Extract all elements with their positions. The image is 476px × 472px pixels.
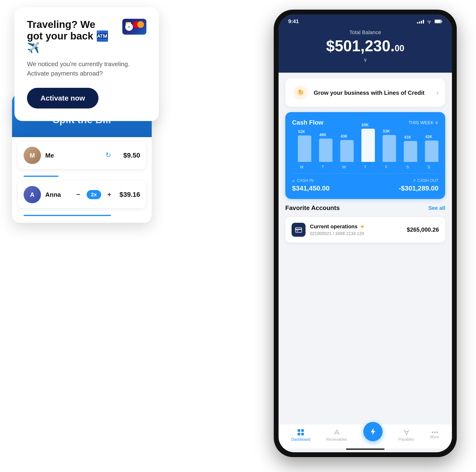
travel-card: Traveling? We got your back 🏧✈️ ≡ We not…: [15, 7, 159, 121]
bar-col-t: 65KT: [356, 123, 375, 170]
nav-item-payables[interactable]: Payables: [398, 429, 414, 442]
bar-col-m: 52KM: [292, 130, 311, 170]
nav-label-dashboard: Dashboard: [291, 437, 310, 442]
nav-item-more[interactable]: More: [430, 431, 439, 439]
mastercard-logo: [133, 21, 144, 28]
travel-card-title: Traveling? We got your back 🏧✈️: [27, 19, 109, 54]
cash-in-value: $341,450.00: [292, 184, 330, 192]
status-time: 9:41: [288, 18, 299, 25]
nav-label-receivables: Receivables: [326, 437, 347, 442]
svg-rect-2: [435, 20, 441, 23]
credit-promo-text: Grow your business with Lines of Credit: [314, 89, 431, 97]
cashflow-card: Cash Flow THIS WEEK ∨ 52KM46KT43KW65KT53…: [285, 112, 445, 199]
nav-item-dashboard[interactable]: Dashboard: [291, 429, 310, 442]
person-amount-me: $9.50: [119, 152, 140, 159]
svg-marker-14: [371, 428, 375, 435]
cash-in-label: ↙ CASH IN: [292, 178, 330, 183]
payables-icon: [403, 429, 410, 436]
nav-label-payables: Payables: [398, 437, 414, 442]
account-balance: $265,000.26: [407, 226, 439, 233]
cashflow-title: Cash Flow: [292, 119, 323, 126]
svg-rect-10: [298, 429, 300, 432]
lines-of-credit-icon: ↻ $: [292, 84, 309, 101]
balance-label: Total Balance: [288, 29, 442, 36]
minus-button-anna[interactable]: −: [74, 190, 83, 199]
multiplier-badge-anna: 2x: [87, 190, 101, 199]
dashboard-icon: [297, 429, 304, 436]
favorite-accounts-title: Favorite Accounts: [285, 204, 340, 212]
person-name-me: Me: [45, 152, 101, 159]
svg-rect-11: [301, 429, 304, 432]
bar-col-w: 43KW: [334, 134, 354, 170]
svg-rect-8: [295, 229, 302, 230]
bar-col-f: 53KF: [377, 129, 396, 170]
chevron-down-period-icon: ∨: [435, 120, 439, 125]
balance-header: Total Balance $501,230.00 ∨: [279, 27, 452, 73]
svg-point-16: [434, 432, 436, 433]
credit-promo-title: Grow your business with Lines of Credit: [314, 89, 431, 97]
card-stripe-logo: ≡: [125, 23, 133, 31]
phone-content: ↻ $ Grow your business with Lines of Cre…: [279, 73, 452, 424]
travel-card-description: We noticed you're currently traveling. A…: [27, 59, 146, 78]
flash-center-button[interactable]: [363, 422, 383, 441]
person-row-me: M Me ↻ $9.50: [18, 142, 146, 169]
person-name-anna: Anna: [45, 191, 69, 198]
chevron-down-icon[interactable]: ∨: [288, 57, 442, 63]
star-icon: ★: [360, 224, 365, 230]
status-bar: 9:41: [279, 15, 452, 27]
svg-rect-12: [298, 433, 300, 435]
svg-rect-13: [301, 433, 304, 435]
cashflow-stats: ↙ CASH IN $341,450.00 ↗ CASH OUT -$301,2…: [292, 178, 439, 192]
plus-button-anna[interactable]: +: [104, 190, 114, 199]
cash-out-label: ↗ CASH OUT: [399, 178, 439, 183]
bar-col-s: 41KS: [398, 135, 417, 170]
travel-card-header: Traveling? We got your back 🏧✈️ ≡: [27, 19, 146, 54]
svg-point-15: [432, 432, 433, 433]
avatar-me: M: [24, 147, 41, 164]
credit-promo-card[interactable]: ↻ $ Grow your business with Lines of Cre…: [285, 79, 445, 107]
cashflow-divider: [292, 173, 439, 174]
cashflow-period[interactable]: THIS WEEK ∨: [408, 120, 439, 125]
balance-amount: $501,230.00: [288, 37, 442, 54]
cash-out-value: -$301,289.00: [399, 184, 439, 192]
account-info: Current operations ★ 021000021 / 3498 21…: [310, 224, 403, 236]
account-item[interactable]: Current operations ★ 021000021 / 3498 21…: [285, 217, 445, 243]
favorite-accounts-header: Favorite Accounts See all: [285, 204, 445, 212]
svg-rect-9: [296, 230, 298, 231]
signal-icon: [417, 19, 424, 24]
wifi-icon: [426, 19, 432, 24]
phone-screen: 9:41 Total Balance: [279, 15, 452, 452]
balance-cents: 00: [395, 43, 404, 53]
person-bar-anna: [24, 215, 111, 216]
battery-icon: [435, 19, 442, 23]
promo-chevron-icon: ›: [436, 89, 439, 97]
account-name: Current operations: [310, 224, 357, 230]
person-row-anna: A Anna − 2x + $39.16: [18, 181, 146, 208]
svg-text:$: $: [299, 90, 302, 95]
status-icons: [417, 19, 442, 24]
activate-now-button[interactable]: Activate now: [27, 88, 99, 109]
person-controls-me: ↻: [105, 151, 114, 160]
nav-item-receivables[interactable]: Receivables: [326, 429, 347, 442]
credit-card-image: ≡: [122, 19, 146, 35]
more-icon: [431, 431, 439, 434]
split-persons-list: M Me ↻ $9.50 A Anna − 2x + $39.16: [12, 137, 152, 223]
arrow-out-icon: ↗: [412, 178, 416, 183]
see-all-link[interactable]: See all: [428, 205, 445, 211]
person-amount-anna: $39.16: [119, 191, 140, 198]
svg-rect-1: [442, 21, 442, 22]
receivables-icon: [333, 429, 340, 436]
cashflow-bar-chart: 52KM46KT43KW65KT53KF41KS42KS: [292, 131, 439, 170]
person-bar-me: [24, 176, 58, 177]
account-icon: [291, 223, 306, 237]
cash-out-stat: ↗ CASH OUT -$301,289.00: [399, 178, 439, 192]
balance-main: $501,230.: [326, 37, 395, 55]
refresh-icon[interactable]: ↻: [105, 151, 114, 160]
flash-icon: [368, 427, 377, 436]
svg-rect-7: [295, 228, 302, 232]
bar-col-s: 42KS: [419, 135, 439, 170]
bottom-nav: Dashboard Receivables Payables: [279, 424, 452, 448]
phone-frame: 9:41 Total Balance: [274, 10, 457, 457]
bar-col-t: 46KT: [313, 133, 333, 170]
nav-label-more: More: [430, 435, 439, 439]
